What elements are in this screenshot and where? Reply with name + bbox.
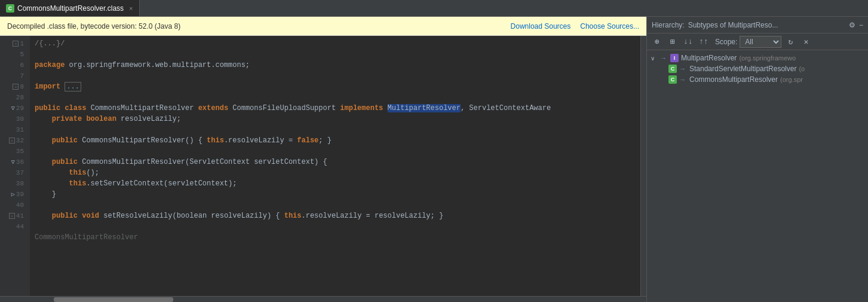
gutter-line-41: + 41: [0, 211, 26, 221]
tab-commons-multipart-resolver[interactable]: C CommonsMultipartResolver.class ×: [0, 0, 140, 16]
code-line-5: [35, 49, 636, 60]
code-line-32: public CommonsMultipartResolver() { this…: [35, 135, 636, 146]
gutter-line-29: ▽ 29: [0, 103, 26, 114]
tree-item-standard-servlet-resolver[interactable]: C → StandardServletMultipartResolver (o: [647, 63, 868, 74]
notification-text: Decompiled .class file, bytecode version…: [7, 22, 180, 30]
cancel-button[interactable]: ✕: [799, 35, 812, 48]
navigate-icon: →: [679, 76, 686, 83]
gutter-line-28: 28: [0, 92, 26, 103]
gutter-line-31: 31: [0, 124, 26, 135]
code-line-38: this.setServletContext(servletContext);: [35, 178, 636, 189]
tab-bar: C CommonsMultipartResolver.class ×: [0, 0, 868, 17]
hierarchy-toolbar: ⊕ ⊞ ↓↓ ↑↑ Scope: All Project Module ↻ ✕: [647, 33, 868, 50]
hierarchy-label: Hierarchy:: [652, 21, 685, 29]
code-line-8: import ...: [35, 81, 636, 92]
scrollbar-thumb[interactable]: [54, 297, 173, 302]
code-line-36: public CommonsMultipartResolver(ServletC…: [35, 157, 636, 167]
fold-icon-1[interactable]: +: [13, 41, 19, 47]
gutter-line-30: 30: [0, 114, 26, 124]
tree-item-commons-multipart-resolver[interactable]: C → CommonsMultipartResolver (org.spr: [647, 74, 868, 85]
gutter-line-1: + 1: [0, 38, 26, 49]
hierarchy-header: Hierarchy: Subtypes of MultipartReso... …: [647, 17, 868, 33]
download-sources-link[interactable]: Download Sources: [511, 22, 571, 30]
hierarchy-tree: ∨ → I MultipartResolver (org.springframe…: [647, 50, 868, 302]
code-line-44: [35, 221, 636, 232]
code-line-28: [35, 92, 636, 103]
scope-select[interactable]: All Project Module: [740, 36, 781, 48]
gear-icon[interactable]: ⚙: [849, 21, 855, 29]
gutter-line-6: 6: [0, 60, 26, 71]
line-number-gutter: + 1 5 6 7 + 8 28 ▽ 29 30 31 +: [0, 36, 30, 296]
vertical-scrollbar[interactable]: [640, 36, 646, 296]
hierarchy-title: Subtypes of MultipartReso...: [688, 21, 778, 29]
code-content[interactable]: /{...}/ package org.springframework.web.…: [30, 36, 640, 296]
code-line-1: /{...}/: [35, 38, 636, 49]
code-line-31: [35, 124, 636, 135]
class-type-icon: C: [668, 75, 677, 84]
code-area: + 1 5 6 7 + 8 28 ▽ 29 30 31 +: [0, 36, 646, 296]
fold-icon-41[interactable]: +: [9, 213, 15, 219]
editor-panel: Decompiled .class file, bytecode version…: [0, 17, 647, 302]
code-line-41: public void setResolveLazily(boolean res…: [35, 211, 636, 221]
subtypes-button[interactable]: ↓↓: [682, 35, 695, 48]
notification-links: Download Sources Choose Sources...: [511, 22, 639, 30]
code-line-30: private boolean resolveLazily;: [35, 114, 636, 124]
tab-class-icon: C: [6, 4, 14, 13]
gutter-line-44: 44: [0, 221, 26, 232]
class-type-icon: C: [668, 65, 677, 73]
fold-icon-32[interactable]: +: [9, 138, 15, 144]
gutter-line-35: 35: [0, 146, 26, 157]
code-line-39: }: [35, 189, 636, 200]
gutter-line-37: 37: [0, 167, 26, 178]
code-line-6: package org.springframework.web.multipar…: [35, 60, 636, 71]
notification-bar: Decompiled .class file, bytecode version…: [0, 17, 646, 36]
hierarchy-panel: Hierarchy: Subtypes of MultipartReso... …: [647, 17, 868, 302]
tree-item-multipart-resolver[interactable]: ∨ → I MultipartResolver (org.springframe…: [647, 53, 868, 63]
code-line-37: this();: [35, 167, 636, 178]
gutter-line-32: + 32: [0, 135, 26, 146]
horizontal-scrollbar[interactable]: [0, 296, 646, 302]
class-name-label: MultipartResolver: [681, 54, 737, 62]
code-line-bottom: CommonsMultipartResolver: [35, 232, 636, 243]
gutter-line-38: 38: [0, 178, 26, 189]
gutter-line-7: 7: [0, 71, 26, 81]
gutter-line-36: ▽ 36: [0, 157, 26, 167]
package-name-label: (o: [799, 65, 805, 72]
refresh-button[interactable]: ↻: [784, 35, 797, 48]
tab-label: CommonsMultipartResolver.class: [17, 4, 124, 13]
gutter-line-40: 40: [0, 200, 26, 211]
code-line-40: [35, 200, 636, 211]
fold-icon-8[interactable]: +: [13, 84, 19, 90]
tree-arrow-icon: ∨: [651, 55, 658, 62]
gutter-line-39: ▷ 39: [0, 189, 26, 200]
minimize-icon[interactable]: −: [859, 21, 863, 29]
package-name-label: (org.spr: [780, 76, 803, 83]
class-name-label: CommonsMultipartResolver: [689, 75, 778, 84]
gutter-line-5: 5: [0, 49, 26, 60]
interface-type-icon: I: [670, 54, 679, 62]
expand-all-button[interactable]: ⊞: [666, 35, 679, 48]
code-line-29: public class CommonsMultipartResolver ex…: [35, 103, 636, 114]
locate-button[interactable]: ⊕: [651, 35, 664, 48]
code-line-7: [35, 71, 636, 81]
main-layout: Decompiled .class file, bytecode version…: [0, 17, 868, 302]
gutter-line-8: + 8: [0, 81, 26, 92]
class-name-label: StandardServletMultipartResolver: [689, 65, 796, 73]
supertypes-button[interactable]: ↑↑: [697, 35, 710, 48]
scope-label: Scope:: [715, 38, 737, 46]
navigate-icon: →: [679, 65, 686, 72]
choose-sources-link[interactable]: Choose Sources...: [580, 22, 639, 30]
tab-close-button[interactable]: ×: [129, 5, 133, 12]
code-line-35: [35, 146, 636, 157]
package-name-label: (org.springframewo: [739, 54, 796, 62]
navigate-icon: →: [660, 54, 667, 62]
